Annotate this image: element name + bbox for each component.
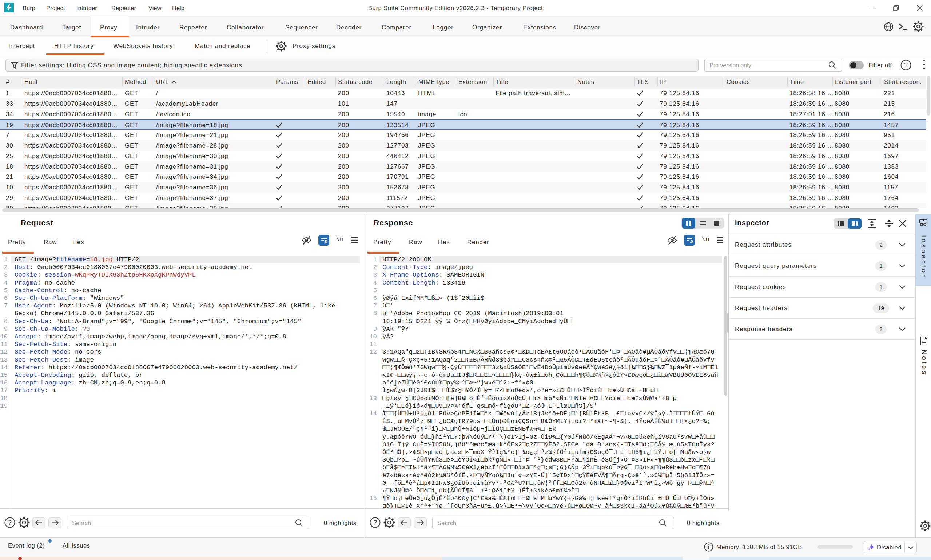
svg-text:?: ? [904, 62, 908, 69]
svg-text:?: ? [8, 519, 12, 526]
svg-text:?: ? [373, 519, 377, 526]
